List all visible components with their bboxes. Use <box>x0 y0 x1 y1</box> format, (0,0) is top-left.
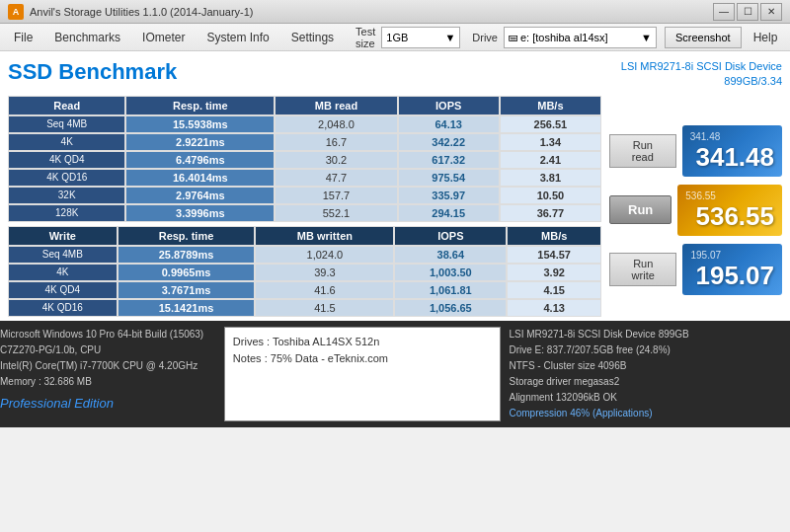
device-info: LSI MR9271-8i SCSI Disk Device 899GB/3.3… <box>621 59 782 90</box>
test-size-label: Test size <box>352 26 379 49</box>
read-mb-4: 157.7 <box>275 187 397 204</box>
read-mb-1: 16.7 <box>275 133 397 151</box>
col-write: Write <box>8 226 118 246</box>
menu-settings[interactable]: Settings <box>281 28 344 47</box>
write-resp-1: 0.9965ms <box>118 264 256 281</box>
write-resp-0: 25.8789ms <box>118 246 256 264</box>
menu-system-info[interactable]: System Info <box>197 28 278 47</box>
read-iops-1: 342.22 <box>398 133 500 151</box>
maximize-button[interactable]: ☐ <box>737 3 758 21</box>
read-label-2: 4K QD4 <box>8 151 125 169</box>
write-label-1: 4K <box>8 264 118 281</box>
col-mbs-w: MB/s <box>507 226 601 246</box>
right-line6: Alignment 132096kB OK <box>509 390 790 406</box>
drive-dropdown-arrow-icon: ▼ <box>641 32 652 43</box>
write-row-2: 4K QD4 3.7671ms 41.6 1,061.81 4.15 <box>8 281 601 299</box>
sys-line4: Memory : 32.686 MB <box>0 374 216 390</box>
minimize-button[interactable]: — <box>713 3 735 21</box>
col-mb-written: MB written <box>255 226 394 246</box>
read-mbs-5: 36.77 <box>500 204 601 222</box>
col-resp-time-w: Resp. time <box>118 226 256 246</box>
read-score-area: Run read 341.48 341.48 <box>609 125 782 177</box>
menu-iometer[interactable]: IOmeter <box>132 28 195 47</box>
write-score-box: 195.07 195.07 <box>682 244 782 295</box>
menu-bar: File Benchmarks IOmeter System Info Sett… <box>0 24 790 51</box>
sys-line2: C7Z270-PG/1.0b, CPU <box>0 342 216 358</box>
read-mb-2: 30.2 <box>275 151 397 169</box>
read-row-0: Seq 4MB 15.5938ms 2,048.0 64.13 256.51 <box>8 115 601 133</box>
write-mbs-0: 154.57 <box>507 246 601 264</box>
read-score-small: 341.48 <box>690 131 721 142</box>
col-mbs: MB/s <box>500 96 601 115</box>
total-score-box: 536.55 536.55 <box>677 185 782 236</box>
read-row-5: 128K 3.3996ms 552.1 294.15 36.77 <box>8 204 601 222</box>
write-mb-0: 1,024.0 <box>255 246 394 264</box>
write-score-small: 195.07 <box>690 250 721 261</box>
read-mbs-3: 3.81 <box>500 169 601 187</box>
write-resp-3: 15.1421ms <box>118 299 256 317</box>
test-size-dropdown[interactable]: 1GB ▼ <box>381 27 460 48</box>
close-button[interactable]: ✕ <box>760 3 782 21</box>
right-line7[interactable]: Compression 46% (Applications) <box>509 406 790 421</box>
write-iops-3: 1,056.65 <box>394 299 507 317</box>
run-write-button[interactable]: Run write <box>609 253 676 286</box>
col-resp-time: Resp. time <box>125 96 275 115</box>
menu-file[interactable]: File <box>4 28 42 47</box>
read-resp-1: 2.9221ms <box>125 133 275 151</box>
read-label-1: 4K <box>8 133 125 151</box>
read-label-5: 128K <box>8 204 125 222</box>
col-iops-w: IOPS <box>394 226 507 246</box>
read-row-2: 4K QD4 6.4796ms 30.2 617.32 2.41 <box>8 151 601 169</box>
menu-benchmarks[interactable]: Benchmarks <box>44 28 130 47</box>
read-row-1: 4K 2.9221ms 16.7 342.22 1.34 <box>8 133 601 151</box>
read-header-row: Read Resp. time MB read IOPS MB/s <box>8 96 601 115</box>
read-label-3: 4K QD16 <box>8 169 125 187</box>
write-label-0: Seq 4MB <box>8 246 118 264</box>
read-iops-4: 335.97 <box>398 187 500 204</box>
bench-content: Read Resp. time MB read IOPS MB/s Seq 4M… <box>8 96 782 321</box>
right-line4: Storage driver megasas2 <box>509 374 790 390</box>
write-mbs-2: 4.15 <box>507 281 601 299</box>
ssd-benchmark-title: SSD Benchmark <box>8 59 177 85</box>
read-resp-3: 16.4014ms <box>125 169 275 187</box>
write-iops-1: 1,003.50 <box>394 264 507 281</box>
read-mbs-2: 2.41 <box>500 151 601 169</box>
menu-help[interactable]: Help <box>744 28 788 47</box>
dropdown-arrow-icon: ▼ <box>444 32 455 43</box>
write-iops-0: 38.64 <box>394 246 507 264</box>
screenshot-button[interactable]: Screenshot <box>665 27 742 48</box>
score-panel: Run read 341.48 341.48 Run 536.55 536.55… <box>609 96 782 321</box>
bottom-center: Drives : Toshiba AL14SX 512n Notes : 75%… <box>224 327 502 421</box>
drive-line1: Drives : Toshiba AL14SX 512n <box>233 334 493 351</box>
write-iops-2: 1,061.81 <box>394 281 507 299</box>
device-line2: 899GB/3.34 <box>621 74 782 89</box>
read-mb-3: 47.7 <box>275 169 397 187</box>
read-iops-3: 975.54 <box>398 169 500 187</box>
read-mb-0: 2,048.0 <box>275 115 397 133</box>
total-score-large: 536.55 <box>695 201 774 232</box>
write-label-2: 4K QD4 <box>8 281 118 299</box>
read-mb-5: 552.1 <box>275 204 397 222</box>
read-row-4: 32K 2.9764ms 157.7 335.97 10.50 <box>8 187 601 204</box>
bottom-right: LSI MR9271-8i SCSI Disk Device 899GB Dri… <box>509 327 790 421</box>
window-controls: — ☐ ✕ <box>713 3 782 21</box>
read-row-3: 4K QD16 16.4014ms 47.7 975.54 3.81 <box>8 169 601 187</box>
drive-line2: Notes : 75% Data - eTeknix.com <box>233 350 493 368</box>
col-iops: IOPS <box>398 96 500 115</box>
read-score-large: 341.48 <box>695 142 774 173</box>
right-line2: Drive E: 837.7/207.5GB free (24.8%) <box>509 342 790 358</box>
write-mb-1: 39.3 <box>255 264 394 281</box>
write-resp-2: 3.7671ms <box>118 281 256 299</box>
total-score-row: Run 536.55 536.55 <box>609 185 782 236</box>
write-mb-2: 41.6 <box>255 281 394 299</box>
run-button[interactable]: Run <box>609 195 672 224</box>
write-mbs-1: 3.92 <box>507 264 601 281</box>
run-read-button[interactable]: Run read <box>609 134 676 168</box>
drive-dropdown[interactable]: 🖴 e: [toshiba al14sx] ▼ <box>504 27 657 48</box>
title-bar: A Anvil's Storage Utilities 1.1.0 (2014-… <box>0 0 790 24</box>
bench-header: SSD Benchmark LSI MR9271-8i SCSI Disk De… <box>8 59 782 90</box>
write-score-large: 195.07 <box>695 261 774 291</box>
write-row-1: 4K 0.9965ms 39.3 1,003.50 3.92 <box>8 264 601 281</box>
window-title: Anvil's Storage Utilities 1.1.0 (2014-Ja… <box>30 6 713 18</box>
drive-label: Drive <box>468 32 502 43</box>
